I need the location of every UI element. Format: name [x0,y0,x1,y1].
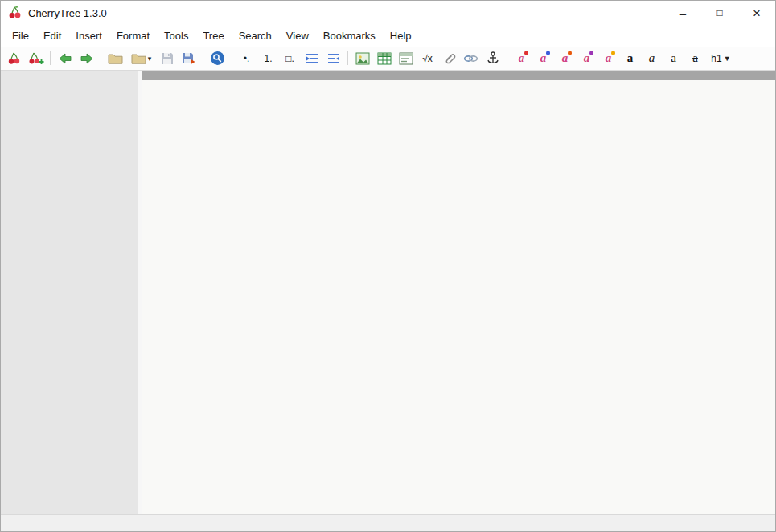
menu-bar: File Edit Insert Format Tools Tree Searc… [1,25,775,47]
todo-list-button[interactable]: □. [279,48,301,68]
insert-link-button[interactable] [460,48,482,68]
open-file-button[interactable] [105,48,126,68]
menu-item-file[interactable]: File [5,27,36,45]
paperclip-icon [443,51,456,66]
italic-a-icon: a [649,52,655,64]
attach-file-button[interactable] [438,48,460,68]
forward-arrow-icon [80,52,94,65]
status-bar [1,514,775,531]
menu-item-search[interactable]: Search [232,27,279,45]
add-subnode-button[interactable] [25,48,47,68]
monospace-button[interactable]: a [597,48,619,68]
color-drop-icon [546,51,550,55]
menu-item-edit[interactable]: Edit [36,27,68,45]
heading-label: h1 [711,53,721,64]
go-back-button[interactable] [54,48,76,68]
insert-anchor-button[interactable] [482,48,503,68]
maximize-button[interactable]: □ [701,1,738,25]
underline-button[interactable]: a [663,48,684,68]
title-bar[interactable]: CherryTree 1.3.0 – □ × [1,1,775,25]
bullet-list-icon: •. [244,53,250,64]
main-area [1,71,775,514]
app-icon [8,6,23,20]
format-letter-icon: a [519,52,525,64]
menu-item-format[interactable]: Format [109,27,157,45]
underline-a-icon: a [671,52,676,64]
bullet-list-button[interactable]: •. [236,48,257,68]
anchor-icon [487,51,499,66]
strikethrough-button[interactable]: a [684,48,706,68]
find-button[interactable] [207,48,228,68]
open-folder-icon [108,52,123,64]
color-drop-icon [611,51,615,55]
heading-dropdown-button[interactable]: h1 ▼ [706,48,736,68]
insert-image-button[interactable] [351,48,373,68]
open-folder-icon [131,52,146,64]
link-icon [463,53,478,64]
editor-header-strip [142,71,775,80]
numbered-list-button[interactable]: 1. [257,48,279,68]
toolbar-separator [347,51,348,65]
insert-table-icon [377,52,392,65]
color-drop-icon [568,51,572,55]
todo-list-icon: □. [285,53,294,64]
italic-button[interactable]: a [641,48,663,68]
cherry-plus-icon [28,51,44,66]
toolbar-separator [50,51,51,65]
text-editor[interactable] [142,80,775,514]
clear-format-button[interactable]: a [576,48,597,68]
menu-item-tree[interactable]: Tree [195,27,231,45]
format-letter-icon: a [606,52,612,64]
bold-button[interactable]: a [619,48,641,68]
toolbar-separator [507,51,507,65]
format-latest-button[interactable]: a [511,48,532,68]
toolbar-separator [232,51,232,65]
background-color-button[interactable]: a [554,48,576,68]
insert-table-button[interactable] [373,48,395,68]
editor-area [142,71,775,514]
add-node-button[interactable] [3,48,25,68]
foreground-color-button[interactable]: a [532,48,554,68]
back-arrow-icon [58,52,72,65]
window-controls: – □ × [664,1,775,25]
save-as-button[interactable] [178,48,199,68]
chevron-down-icon: ▾ [148,55,152,63]
format-letter-icon: a [540,52,547,64]
indent-button[interactable] [301,48,322,68]
indent-icon [305,52,319,65]
minimize-button[interactable]: – [664,1,701,25]
node-tree-panel[interactable] [1,71,138,514]
color-drop-icon [524,51,528,55]
toolbar-separator [203,51,203,65]
strikethrough-a-icon: a [692,52,698,64]
menu-item-help[interactable]: Help [383,27,419,45]
cherrytree-window: CherryTree 1.3.0 – □ × File Edit Insert … [0,0,776,532]
unindent-button[interactable] [322,48,344,68]
formula-icon: √x [422,53,433,64]
toolbar: ▾ [1,47,775,71]
minimize-icon: – [680,7,686,19]
window-title: CherryTree 1.3.0 [28,7,107,19]
menu-item-tools[interactable]: Tools [157,27,195,45]
bold-a-icon: a [627,52,634,64]
insert-formula-button[interactable]: √x [417,48,438,68]
insert-codebox-icon [399,52,413,65]
insert-image-icon [355,52,370,65]
recent-documents-button[interactable]: ▾ [126,48,156,68]
menu-item-view[interactable]: View [279,27,316,45]
maximize-icon: □ [716,8,722,18]
menu-item-bookmarks[interactable]: Bookmarks [316,27,383,45]
close-button[interactable]: × [738,1,775,25]
insert-codebox-button[interactable] [395,48,417,68]
save-as-icon [182,52,195,65]
cherry-icon [7,51,22,66]
go-forward-button[interactable] [76,48,97,68]
color-drop-icon [589,51,593,55]
menu-item-insert[interactable]: Insert [68,27,109,45]
find-icon [210,51,225,66]
toolbar-separator [101,51,101,65]
close-icon: × [753,6,761,20]
unindent-icon [326,52,341,65]
numbered-list-icon: 1. [264,53,272,64]
save-button[interactable] [156,48,178,68]
